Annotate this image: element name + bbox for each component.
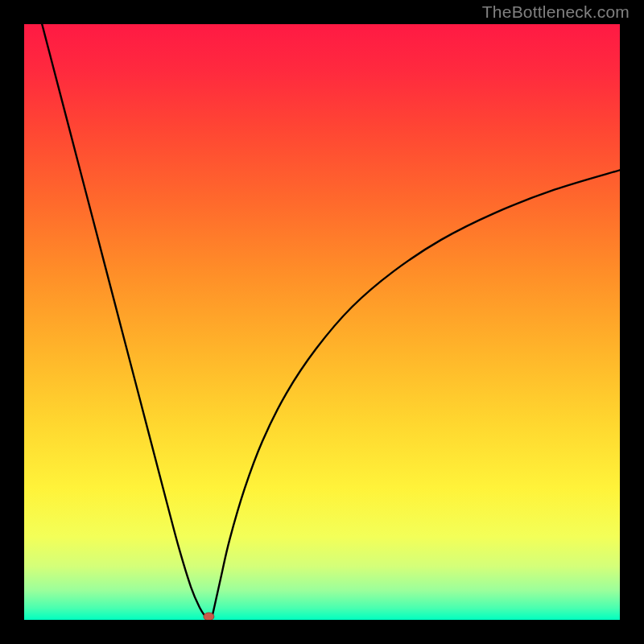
- minimum-marker-dot: [204, 613, 214, 620]
- chart-svg: [24, 24, 620, 620]
- gradient-background: [24, 24, 620, 620]
- watermark-text: TheBottleneck.com: [482, 2, 630, 22]
- plot-area: [24, 24, 620, 620]
- chart-frame: TheBottleneck.com: [0, 0, 644, 644]
